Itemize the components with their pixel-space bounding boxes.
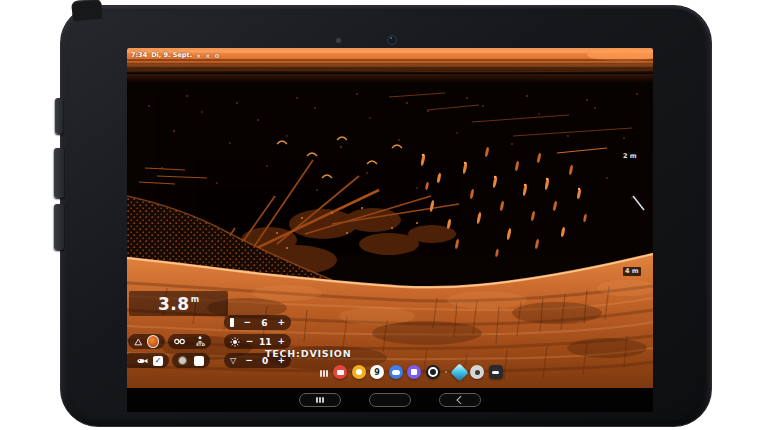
gain-minus-button[interactable]: −: [244, 318, 252, 327]
gain-control: − 6 +: [224, 315, 291, 330]
mode-label: STD: [196, 343, 205, 347]
android-taskbar: 9: [127, 364, 653, 384]
view-mode-control[interactable]: STD: [168, 334, 211, 349]
app-icon-yellow[interactable]: [352, 365, 366, 379]
app-icon-gallery[interactable]: [407, 365, 421, 379]
brightness-icon: [230, 337, 240, 347]
depth-value: 3.8: [158, 294, 190, 314]
sonar-view[interactable]: 7:34 Di, 9. Sept. × × ⚙ 3.8 m 2 m 4 m − …: [127, 48, 653, 388]
depth-unit: m: [191, 295, 199, 304]
app-drawer-handle-icon[interactable]: [320, 370, 328, 377]
back-chevron-icon: [457, 396, 465, 404]
depth-scale-marker-top: 2 m: [621, 152, 639, 161]
gps-antenna: [71, 0, 103, 21]
gain-plus-button[interactable]: +: [277, 318, 285, 327]
depth-scale-marker-bottom: 4 m: [623, 267, 641, 276]
brightness-minus-button[interactable]: −: [246, 337, 254, 346]
side-button-top[interactable]: [55, 98, 63, 134]
home-button[interactable]: [369, 393, 411, 407]
taskbar-separator: [445, 371, 447, 373]
front-camera: [387, 35, 397, 45]
brightness-control: − 11 +: [224, 334, 291, 349]
app-icon-calendar[interactable]: 9: [370, 365, 384, 379]
tablet-screen: 7:34 Di, 9. Sept. × × ⚙ 3.8 m 2 m 4 m − …: [127, 48, 653, 412]
app-icon-sonar[interactable]: [450, 363, 468, 381]
status-time: 7:34: [131, 51, 147, 59]
app-icon-storage[interactable]: [489, 365, 503, 379]
palette-control[interactable]: [128, 334, 165, 349]
no-sim-icon: ×: [205, 52, 210, 59]
app-icon-settings[interactable]: [470, 365, 484, 379]
gain-icon: [230, 318, 234, 327]
app-icon-red[interactable]: [333, 365, 347, 379]
brand-logo: TECH:DVISION: [265, 348, 351, 359]
palette-color-swatch[interactable]: [147, 335, 159, 348]
std-mode-toggle[interactable]: STD: [196, 336, 205, 347]
app-icon-camera[interactable]: [426, 365, 440, 379]
app-icon-messages[interactable]: [389, 365, 403, 379]
no-signal-icon: ×: [196, 52, 201, 59]
gear-icon: ⚙: [214, 52, 219, 59]
light-sensor: [336, 38, 341, 43]
back-button[interactable]: [439, 393, 481, 407]
android-status-bar: 7:34 Di, 9. Sept. × × ⚙: [131, 51, 220, 59]
depth-readout: 3.8 m: [129, 291, 228, 316]
brightness-plus-button[interactable]: +: [277, 337, 285, 346]
gain-value: 6: [261, 318, 267, 328]
volume-button[interactable]: [54, 148, 64, 198]
palette-icon: [134, 338, 143, 346]
power-button[interactable]: [54, 204, 64, 250]
status-date: Di, 9. Sept.: [151, 51, 192, 59]
brightness-value: 11: [259, 337, 272, 347]
recents-button[interactable]: [299, 393, 341, 407]
goggles-icon: [174, 338, 185, 345]
android-nav-bar: [127, 388, 653, 412]
